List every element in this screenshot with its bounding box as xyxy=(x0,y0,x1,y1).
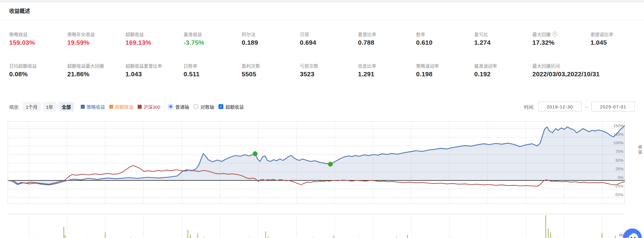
metric-2-6: 信息比率1.291 xyxy=(358,62,416,78)
metric-label: 信息比率 xyxy=(358,62,376,69)
returns-overview-card: 收益概述 策略收益159.03%策略年化收益19.59%超额收益169.13%基… xyxy=(0,2,644,238)
help-icon[interactable]: ? xyxy=(552,32,557,37)
zoom-label: 缩放: xyxy=(9,104,20,110)
start-date-input[interactable]: 2019-12-30 xyxy=(538,102,582,111)
legend-item-0[interactable]: 策略收益 xyxy=(81,104,105,110)
metric-value: 1.274 xyxy=(474,39,532,46)
metric-2-8: 基准波动率0.192 xyxy=(474,62,532,78)
metric-value: 0.192 xyxy=(474,70,532,78)
metric-2-1: 超额收益最大回撤21.86% xyxy=(67,62,125,78)
legend-label: 策略收益 xyxy=(87,104,105,110)
volume-bar-chart[interactable]: 0k xyxy=(8,214,625,238)
svg-text:100%: 100% xyxy=(613,141,624,145)
legend-swatch-icon xyxy=(109,105,113,109)
zoom-button-1[interactable]: 1年 xyxy=(43,102,56,111)
time-label: 时间: xyxy=(524,104,534,110)
metric-label: 盈亏比 xyxy=(474,31,488,37)
excess-return-checkbox[interactable]: ✓ 超额收益 xyxy=(218,104,244,110)
legend-item-2[interactable]: 沪深300 xyxy=(138,104,160,110)
drawdown-marker xyxy=(253,152,257,156)
metric-value: 19.59% xyxy=(67,39,125,46)
metric-label: 亏损次数 xyxy=(300,62,318,69)
metric-value: 0.610 xyxy=(416,39,474,46)
metric-value: 21.86% xyxy=(67,70,125,78)
svg-text:125%: 125% xyxy=(613,132,624,137)
page-title: 收益概述 xyxy=(9,7,30,14)
metrics-row-1: 策略收益159.03%策略年化收益19.59%超额收益169.13%基准收益-3… xyxy=(9,31,644,46)
legend-swatch-icon xyxy=(81,105,85,109)
metric-value: 0.08% xyxy=(9,70,67,78)
metric-value: 0.189 xyxy=(242,39,300,46)
checkbox-checked-icon: ✓ xyxy=(218,104,223,109)
metric-value: 159.03% xyxy=(9,39,67,46)
metric-2-0: 日均超额收益0.08% xyxy=(9,62,67,78)
radio-log-axis[interactable]: 对数轴 xyxy=(193,104,214,110)
radio-linear-axis[interactable]: 普通轴 xyxy=(168,104,189,110)
svg-text:150%: 150% xyxy=(613,123,624,128)
svg-text:-25%: -25% xyxy=(614,184,624,188)
legend-item-1[interactable]: 超额收益 xyxy=(109,104,133,110)
metric-1-1: 策略年化收益19.59% xyxy=(67,31,125,46)
metric-value: 1.043 xyxy=(125,70,184,78)
metric-label: 胜率 xyxy=(416,31,425,37)
metric-value: 0.198 xyxy=(416,70,474,78)
end-date-input[interactable]: 2025-07-01 xyxy=(591,102,635,111)
metric-2-5: 亏损次数3523 xyxy=(300,62,358,78)
metric-label: 盈利次数 xyxy=(242,62,260,69)
axis-scale-options: 普通轴 对数轴 ✓ 超额收益 xyxy=(168,104,244,110)
date-range-separator: – xyxy=(585,104,588,109)
excess-return-checkbox-label: 超额收益 xyxy=(225,104,244,110)
metric-label: 基准波动率 xyxy=(474,62,497,69)
svg-text:-50%: -50% xyxy=(614,192,624,197)
metric-1-9: 最大回撤?17.32% xyxy=(532,31,590,46)
metric-2-9: 最大回撤区间2022/03/03,2022/10/31 xyxy=(532,62,590,78)
metric-label: 策略收益 xyxy=(9,31,28,37)
svg-text:50%: 50% xyxy=(616,158,624,163)
metric-1-0: 策略收益159.03% xyxy=(9,31,67,46)
header-divider xyxy=(0,20,644,20)
metric-1-6: 夏普比率0.788 xyxy=(358,31,416,46)
metric-2-7: 策略波动率0.198 xyxy=(416,62,474,78)
radio-selected-icon xyxy=(168,104,173,109)
metric-label: 策略年化收益 xyxy=(67,31,95,37)
metric-1-10: 索提诺比率1.045 xyxy=(590,31,644,46)
returns-overview-page: { "page": {"title": "收益概述"}, "metrics": … xyxy=(0,0,644,238)
returns-line-chart[interactable]: 150%125%100%75%50%25%0%-25%-50% xyxy=(8,121,625,204)
metric-value: 1.045 xyxy=(590,39,644,46)
metric-label: 超额收益最大回撤 xyxy=(67,62,104,69)
customer-service-icon[interactable] xyxy=(623,228,642,238)
metric-label: 超额收益 xyxy=(125,31,144,37)
metric-label: 基准收益 xyxy=(184,31,202,37)
legend-label: 超额收益 xyxy=(115,104,133,110)
radio-unselected-icon xyxy=(193,104,198,109)
metric-label: 阿尔法 xyxy=(242,31,255,37)
metrics-row-2: 日均超额收益0.08%超额收益最大回撤21.86%超额收益夏普比率1.043日胜… xyxy=(9,62,590,78)
metric-value: 5505 xyxy=(242,70,300,78)
metric-label: 超额收益夏普比率 xyxy=(125,62,162,69)
zoom-button-0[interactable]: 1个月 xyxy=(23,102,40,111)
zoom-buttons: 1个月1年全部 xyxy=(23,102,76,111)
radio-log-axis-label: 对数轴 xyxy=(200,104,214,110)
metric-2-4: 盈利次数5505 xyxy=(242,62,300,78)
radio-linear-axis-label: 普通轴 xyxy=(175,104,189,110)
time-range-group: 时间: 2019-12-30 – 2025-07-01 xyxy=(524,102,635,111)
legend-swatch-icon xyxy=(138,105,142,109)
metric-value: -3.75% xyxy=(184,39,242,46)
svg-text:75%: 75% xyxy=(616,149,624,154)
metric-1-8: 盈亏比1.274 xyxy=(474,31,532,46)
metric-label: 贝塔 xyxy=(300,31,309,37)
metric-label: 日胜率 xyxy=(184,62,197,69)
metric-2-2: 超额收益夏普比率1.043 xyxy=(125,62,184,78)
metric-label: 最大回撤区间 xyxy=(532,62,560,69)
metric-value: 3523 xyxy=(300,70,358,78)
metric-value: 2022/03/03,2022/10/31 xyxy=(532,70,590,78)
metric-1-4: 阿尔法0.189 xyxy=(242,31,300,46)
metric-label: 最大回撤 xyxy=(532,31,551,37)
metric-value: 0.788 xyxy=(358,39,416,46)
metric-1-2: 超额收益169.13% xyxy=(125,31,184,46)
metric-label: 索提诺比率 xyxy=(590,31,613,37)
metric-2-3: 日胜率0.511 xyxy=(184,62,242,78)
zoom-button-2[interactable]: 全部 xyxy=(59,102,74,111)
metric-1-5: 贝塔0.694 xyxy=(300,31,358,46)
legend-label: 沪深300 xyxy=(143,104,160,110)
